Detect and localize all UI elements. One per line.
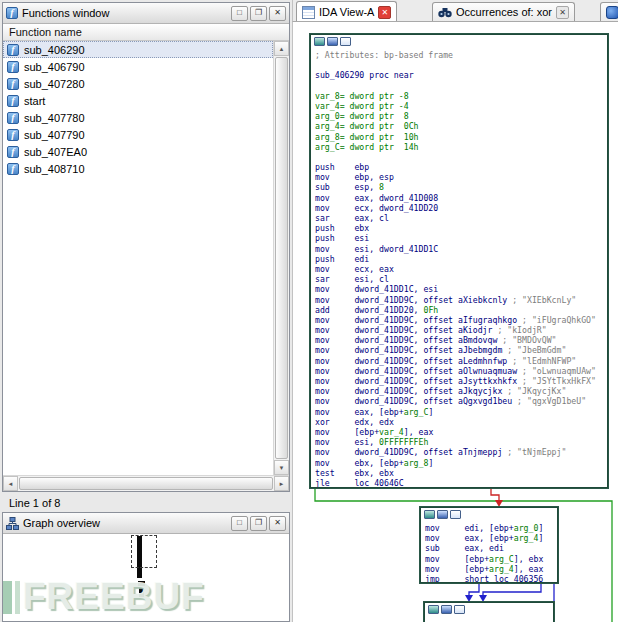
close-button[interactable]: ✕ [269, 6, 286, 21]
close-tab-icon[interactable]: ✕ [556, 6, 569, 19]
basic-block-fallthrough[interactable]: mov edi, [ebp+arg_0]mov eax, [ebp+arg_4]… [420, 507, 558, 583]
function-list-item[interactable]: fsub_406790 [3, 58, 273, 75]
code-line[interactable]: push esi [315, 233, 603, 243]
code-line[interactable]: jmp short loc_406356 [425, 574, 553, 583]
basic-block-partial[interactable] [424, 602, 554, 622]
function-list-item[interactable]: fstart [3, 92, 273, 109]
code-line[interactable]: arg_8= dword ptr 10h [315, 132, 603, 142]
function-name-column-header[interactable]: Function name [3, 24, 289, 41]
code-line[interactable]: mov esi, dword_41DD1C [315, 244, 603, 254]
function-icon: f [7, 146, 19, 158]
graph-view[interactable]: ; Attributes: bp-based frame sub_406290 … [292, 22, 618, 622]
code-line[interactable]: mov ebp, esp [315, 172, 603, 182]
code-line[interactable]: mov ebx, [ebp+arg_8] [315, 458, 603, 468]
node-note-icon[interactable] [454, 605, 465, 614]
code-line[interactable]: mov dword_41DD9C, offset aJbebmgdm ; "Jb… [315, 345, 603, 355]
node-note-icon[interactable] [450, 510, 461, 519]
edge-blue-path [483, 583, 541, 596]
float-button[interactable]: ❐ [250, 516, 267, 531]
vertical-scroll-thumb[interactable] [275, 57, 288, 459]
code-line[interactable]: mov eax, [ebp+arg_C] [315, 407, 603, 417]
code-line[interactable]: mov dword_41DD9C, offset aKiodjr ; "kIod… [315, 325, 603, 335]
scroll-left-icon[interactable]: ◄ [3, 476, 18, 491]
code-line[interactable]: mov dword_41DD9C, offset aXiebkcnly ; "X… [315, 295, 603, 305]
code-line[interactable]: push edi [315, 254, 603, 264]
code-line[interactable]: mov eax, [ebp+arg_4] [425, 533, 553, 543]
code-line[interactable]: mov ecx, dword_41DD20 [315, 203, 603, 213]
code-line[interactable]: mov dword_41DD9C, offset aTnjmeppj ; "tN… [315, 447, 603, 457]
code-line[interactable]: jle loc_40646C [315, 478, 603, 488]
restore-button[interactable]: □ [231, 516, 248, 531]
function-list-item[interactable]: fsub_407280 [3, 75, 273, 92]
graph-overview-titlebar[interactable]: Graph overview □ ❐ ✕ [3, 513, 289, 534]
code-line[interactable]: sar esi, cl [315, 274, 603, 284]
node-graph-icon[interactable] [441, 605, 452, 614]
horizontal-scrollbar[interactable]: ◄ ► [3, 475, 289, 491]
code-line[interactable]: mov ecx, eax [315, 264, 603, 274]
restore-button[interactable]: □ [231, 6, 248, 21]
node-collapse-icon[interactable] [314, 37, 325, 46]
code-line[interactable]: test ebx, ebx [315, 468, 603, 478]
horizontal-scroll-thumb[interactable] [19, 477, 273, 490]
function-list-wrap: fsub_406290fsub_406790fsub_407280fstartf… [3, 41, 289, 475]
code-line[interactable]: mov [ebp+arg_4], eax [425, 564, 553, 574]
code-line[interactable]: mov dword_41DD9C, offset aQgxvgd1beu ; "… [315, 396, 603, 406]
node-graph-icon[interactable] [437, 510, 448, 519]
code-line[interactable]: sub esp, 8 [315, 182, 603, 192]
function-list-item[interactable]: fsub_408710 [3, 160, 273, 177]
code-line[interactable]: push ebp [315, 162, 603, 172]
tab-ida-view-a[interactable]: IDA View-A ✕ [296, 1, 397, 22]
function-list-item[interactable]: fsub_406290 [3, 41, 273, 58]
code-line[interactable]: xor edx, edx [315, 417, 603, 427]
code-line[interactable] [315, 81, 603, 91]
code-line[interactable]: mov [ebp+var_4], eax [315, 427, 603, 437]
basic-block-sub_406290[interactable]: ; Attributes: bp-based frame sub_406290 … [310, 34, 608, 488]
function-list-item[interactable]: fsub_407780 [3, 109, 273, 126]
window-buttons: □ ❐ ✕ [231, 516, 286, 531]
scroll-up-icon[interactable]: ▲ [274, 41, 289, 56]
scroll-down-icon[interactable]: ▼ [274, 460, 289, 475]
code-line[interactable]: push ebx [315, 223, 603, 233]
node-note-icon[interactable] [340, 37, 351, 46]
code-line[interactable]: var_4= dword ptr -4 [315, 101, 603, 111]
code-line[interactable]: arg_0= dword ptr 8 [315, 111, 603, 121]
node-collapse-icon[interactable] [428, 605, 439, 614]
code-line[interactable]: mov dword_41DD9C, offset aJsyttkxhkfx ; … [315, 376, 603, 386]
code-line[interactable]: mov dword_41DD9C, offset aBmdovqw ; "BMD… [315, 335, 603, 345]
code-line[interactable]: mov dword_41DD9C, offset aOlwnuaqmuaw ; … [315, 366, 603, 376]
code-line[interactable]: mov dword_41DD9C, offset aIfugraqhkgo ; … [315, 315, 603, 325]
code-line[interactable] [315, 60, 603, 70]
node-collapse-icon[interactable] [424, 510, 435, 519]
function-glyph: f [10, 8, 13, 18]
functions-window-titlebar[interactable]: f Functions window □ ❐ ✕ [3, 3, 289, 24]
float-button[interactable]: ❐ [250, 6, 267, 21]
function-list-item[interactable]: fsub_407EA0 [3, 143, 273, 160]
overview-viewport-rect[interactable] [131, 535, 157, 568]
code-line[interactable]: mov dword_41DD9C, offset aLedmhnfwp ; "l… [315, 356, 603, 366]
node-graph-icon[interactable] [327, 37, 338, 46]
code-line[interactable]: arg_4= dword ptr 0Ch [315, 121, 603, 131]
code-line[interactable]: sub eax, edi [425, 543, 553, 553]
code-line[interactable]: mov eax, dword_41D008 [315, 193, 603, 203]
close-button[interactable]: ✕ [269, 516, 286, 531]
code-line[interactable]: arg_C= dword ptr 14h [315, 142, 603, 152]
code-line[interactable]: mov esi, 0FFFFFFFEh [315, 437, 603, 447]
code-line[interactable]: mov dword_41DD9C, offset aJkqycjkx ; "JK… [315, 386, 603, 396]
code-line[interactable]: mov [ebp+arg_C], ebx [425, 554, 553, 564]
tab-partial[interactable] [600, 2, 618, 21]
code-line[interactable]: mov dword_41DD1C, esi [315, 284, 603, 294]
code-line[interactable]: sub_406290 proc near [315, 70, 603, 80]
code-line[interactable] [315, 152, 603, 162]
scroll-right-icon[interactable]: ► [274, 476, 289, 491]
watermark-logo-bar [3, 581, 12, 614]
watermark-text: FREEBUF [23, 576, 205, 618]
code-line[interactable]: var_8= dword ptr -8 [315, 91, 603, 101]
function-list-item[interactable]: fsub_407790 [3, 126, 273, 143]
code-line[interactable]: ; Attributes: bp-based frame [315, 50, 603, 60]
code-line[interactable]: add dword_41DD20, 0Fh [315, 305, 603, 315]
vertical-scrollbar[interactable]: ▲ ▼ [273, 41, 289, 475]
close-tab-icon[interactable]: ✕ [378, 6, 391, 19]
tab-occurrences-of-xor[interactable]: Occurrences of: xor ✕ [432, 2, 575, 21]
code-line[interactable]: mov edi, [ebp+arg_0] [425, 523, 553, 533]
code-line[interactable]: sar eax, cl [315, 213, 603, 223]
